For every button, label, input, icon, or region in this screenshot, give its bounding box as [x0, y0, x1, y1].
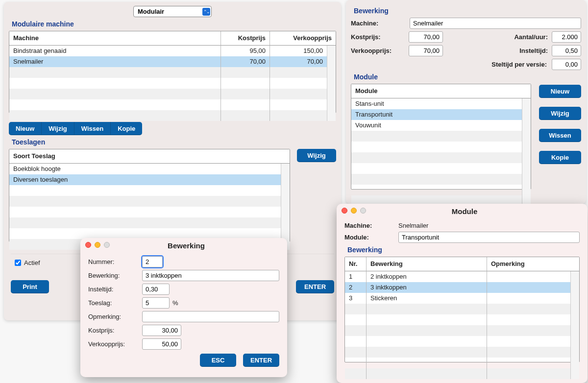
label-md-module: Module:	[344, 234, 398, 241]
bd-toeslag-field[interactable]	[142, 297, 170, 309]
col-bewerking: Bewerking	[367, 257, 487, 271]
md-bewerking-table: Nr. Bewerking Opmerking 1 2 inktkoppen 2…	[344, 257, 580, 362]
bd-kostprijs-field[interactable]	[142, 325, 181, 336]
label-kostprijs: Kostprijs:	[351, 33, 405, 41]
actief-checkbox[interactable]	[15, 260, 21, 266]
col-verkoopprijs: Verkoopprijs	[270, 31, 336, 46]
label-bd-opmerking: Opmerking:	[88, 313, 142, 320]
machine-table: Machine Kostprijs Verkoopprijs Bindstraa…	[9, 31, 336, 113]
scrollbar[interactable]	[522, 98, 531, 206]
table-row[interactable]: Transportunit	[351, 109, 522, 120]
bd-verkoop-field[interactable]	[142, 338, 181, 350]
bd-opmerking-field[interactable]	[142, 311, 279, 322]
delete-button[interactable]: Wissen	[74, 122, 111, 135]
table-row[interactable]: Bindstraat genaaid 95,00 150,00	[9, 46, 327, 56]
col-soort-toeslag: Soort Toeslag	[9, 149, 290, 164]
col-machine: Machine	[9, 31, 221, 46]
table-row[interactable]: Diversen toeslagen	[9, 174, 281, 185]
kostprijs-field[interactable]	[409, 31, 443, 43]
dialog-title-module: Module	[342, 204, 588, 217]
module-edit-button[interactable]: Wijzig	[539, 107, 581, 120]
label-bd-kostprijs: Kostprijs:	[88, 327, 142, 334]
instel-field[interactable]	[552, 45, 581, 56]
section-title-modulaire-machine: Modulaire machine	[12, 20, 336, 28]
stel-field[interactable]	[552, 59, 581, 70]
scrollbar[interactable]	[281, 164, 290, 250]
label-verkoop: Verkoopprijs:	[351, 47, 405, 54]
scrollbar[interactable]	[570, 271, 579, 379]
edit-button[interactable]: Wijzig	[42, 122, 74, 135]
dialog-title-bewerking: Bewerking	[85, 239, 287, 252]
section-title-md-bewerking: Bewerking	[347, 246, 580, 254]
esc-button[interactable]: ESC	[200, 354, 236, 367]
table-row[interactable]: 3 Stickeren	[345, 293, 570, 304]
new-button[interactable]: Nieuw	[9, 122, 42, 135]
col-module: Module	[351, 84, 531, 98]
label-bd-toeslag: Toeslag:	[88, 299, 142, 307]
label-stel: Steltijd per versie:	[491, 61, 547, 68]
label-md-machine: Machine:	[344, 222, 398, 229]
md-machine-value: Snelmailer	[398, 222, 428, 229]
actief-label: Actief	[24, 259, 40, 266]
col-nr: Nr.	[345, 257, 367, 271]
modulair-select[interactable]: Modulair	[133, 6, 212, 17]
table-row[interactable]: Stans-unit	[351, 98, 522, 109]
label-machine: Machine:	[351, 20, 405, 27]
table-row[interactable]: 1 2 inktkoppen	[345, 271, 570, 282]
table-row[interactable]: Vouwunit	[351, 120, 522, 131]
module-new-button[interactable]: Nieuw	[539, 85, 581, 98]
section-title-bewerking: Bewerking	[354, 7, 581, 15]
enter-dialog-button[interactable]: ENTER	[243, 354, 279, 367]
section-title-toeslagen: Toeslagen	[12, 138, 336, 146]
col-opmerking: Opmerking	[487, 257, 579, 271]
md-module-field[interactable]	[398, 232, 580, 243]
machine-field[interactable]	[410, 18, 581, 29]
verkoop-field[interactable]	[409, 45, 443, 56]
bd-nummer-field[interactable]	[142, 256, 163, 267]
module-delete-button[interactable]: Wissen	[539, 129, 581, 142]
modulair-select-wrap[interactable]: Modulair	[133, 6, 212, 17]
print-button[interactable]: Print	[11, 280, 49, 293]
label-instel: Insteltijd:	[519, 47, 548, 54]
toeslag-table: Soort Toeslag Boekblok hoogte Diversen t…	[9, 149, 290, 242]
bd-bewerking-field[interactable]	[142, 270, 279, 281]
edit-toeslag-button[interactable]: Wijzig	[297, 149, 336, 162]
chevron-updown-icon	[202, 8, 210, 16]
enter-button[interactable]: ENTER	[296, 280, 334, 293]
label-bd-instel: Insteltijd:	[88, 286, 142, 293]
label-bd-bewerking: Bewerking:	[88, 272, 142, 279]
copy-button[interactable]: Kopie	[111, 122, 142, 135]
table-row[interactable]: 2 3 inktkoppen	[345, 282, 570, 293]
col-kostprijs: Kostprijs	[221, 31, 270, 46]
label-bd-verkoop: Verkoopprijs:	[88, 340, 142, 348]
bd-instel-field[interactable]	[142, 284, 170, 295]
section-title-module: Module	[354, 73, 581, 81]
aantal-field[interactable]	[552, 31, 581, 43]
table-row[interactable]: Boekblok hoogte	[9, 164, 281, 174]
scrollbar[interactable]	[327, 46, 336, 121]
module-table: Module Stans-unit Transportunit Vouwunit	[351, 84, 531, 190]
label-bd-nummer: Nummer:	[88, 258, 142, 265]
percent-label: %	[172, 299, 178, 307]
table-row[interactable]: Snelmailer 70,00 70,00	[9, 56, 327, 67]
label-aantal: Aantal/uur:	[514, 33, 548, 41]
module-copy-button[interactable]: Kopie	[539, 151, 581, 164]
